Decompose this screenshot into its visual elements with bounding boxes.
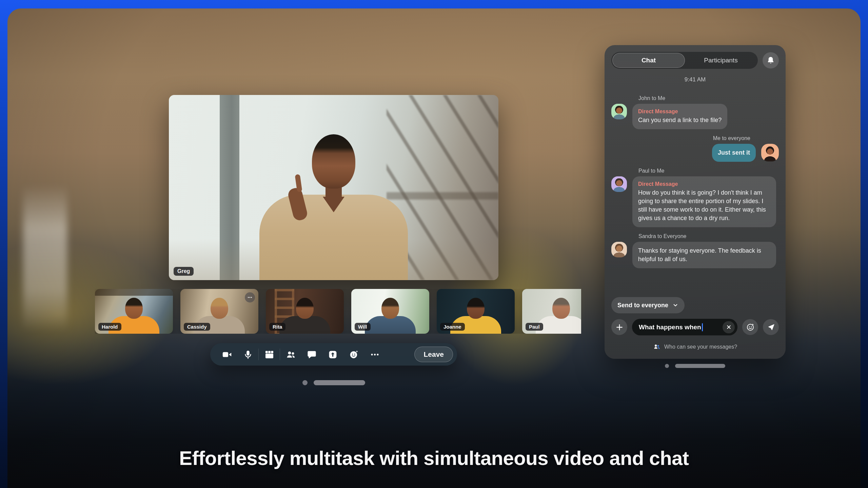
reactions-button[interactable] [343, 343, 364, 366]
avatar [761, 144, 779, 161]
participant-name-tag: Paul [526, 323, 543, 331]
direct-message-label: Direct Message [638, 109, 722, 115]
message-text: Just sent it [718, 149, 750, 157]
text-cursor [702, 323, 703, 331]
plus-icon [615, 323, 624, 331]
speaker-silhouette [254, 134, 413, 280]
avatar [611, 176, 627, 192]
chat-page-indicator [605, 364, 786, 368]
visibility-people-icon [653, 343, 661, 351]
participant-name-tag: Rita [269, 323, 285, 331]
participant-tile[interactable]: Joanne [437, 289, 515, 334]
message-text: Thanks for staying everyone. The feedbac… [638, 247, 770, 263]
close-icon [726, 324, 732, 330]
leave-button[interactable]: Leave [414, 347, 453, 362]
chat-header: Chat Participants [611, 52, 779, 69]
more-button[interactable] [364, 343, 385, 366]
participant-tile[interactable]: Rita [266, 289, 344, 334]
participant-name-tag: Harold [98, 323, 121, 331]
message-sender-label: John to Me [638, 95, 779, 101]
message-bubble: Thanks for staying everyone. The feedbac… [632, 242, 776, 268]
privacy-link-label: Who can see your messages? [664, 344, 737, 350]
chat-panel: Chat Participants 9:41 AM John to Me Dir… [605, 45, 786, 359]
message-sender-label: Me to everyone [611, 135, 750, 141]
main-speaker-video[interactable]: Greg [169, 95, 498, 280]
avatar [611, 104, 627, 119]
message-input[interactable]: What happens when [632, 319, 737, 335]
chat-tabs: Chat Participants [611, 52, 758, 69]
drag-handle[interactable] [314, 380, 365, 385]
microphone-button[interactable] [237, 343, 258, 366]
page-dot [665, 364, 669, 368]
message-bubble: Direct Message How do you think it is go… [632, 176, 776, 227]
chat-message: John to Me Direct Message Can you send a… [611, 95, 779, 129]
more-icon [370, 350, 380, 359]
participants-icon [286, 350, 296, 359]
layout-view-button[interactable] [259, 343, 280, 366]
marketing-caption: Effortlessly multitask with simultaneous… [7, 447, 861, 469]
add-attachment-button[interactable] [611, 319, 627, 335]
participant-filmstrip: Harold Cassidy Rita Will Joanne Paul [95, 289, 581, 334]
chat-button[interactable] [301, 343, 322, 366]
microphone-icon [243, 350, 253, 359]
chat-timestamp: 9:41 AM [611, 76, 779, 83]
speaker-name-tag: Greg [174, 267, 194, 276]
meeting-toolbar: Leave [210, 343, 457, 366]
camera-button[interactable] [216, 343, 237, 366]
send-to-selector[interactable]: Send to everyone [611, 297, 685, 313]
message-input-value: What happens when [639, 324, 701, 331]
tab-chat[interactable]: Chat [612, 53, 685, 68]
avatar [611, 242, 627, 257]
chat-message: Paul to Me Direct Message How do you thi… [611, 168, 779, 227]
participant-name-tag: Joanne [440, 323, 465, 331]
drag-handle[interactable] [675, 364, 725, 368]
chat-messages: John to Me Direct Message Can you send a… [611, 95, 779, 274]
layout-view-icon [264, 350, 274, 359]
send-to-label: Send to everyone [617, 302, 668, 309]
chevron-down-icon [672, 302, 678, 308]
chat-message: Sandra to Everyone Thanks for staying ev… [611, 233, 779, 268]
message-text: Can you send a link to the file? [638, 116, 722, 124]
tab-participants[interactable]: Participants [685, 53, 757, 68]
message-bubble: Direct Message Can you send a link to th… [632, 104, 727, 129]
page-dot [302, 380, 308, 385]
send-button[interactable] [763, 319, 779, 335]
share-screen-icon [328, 350, 338, 359]
participant-name-tag: Cassidy [184, 323, 210, 331]
reactions-icon [349, 350, 359, 359]
participants-button[interactable] [280, 343, 301, 366]
chat-icon [307, 350, 317, 359]
message-bubble: Just sent it [712, 144, 756, 162]
direct-message-label: Direct Message [638, 181, 770, 187]
compose-row: What happens when [611, 319, 779, 335]
participant-tile[interactable]: Paul [522, 289, 581, 334]
message-sender-label: Paul to Me [638, 168, 779, 174]
participant-tile[interactable]: Will [351, 289, 429, 334]
participant-tile[interactable]: Cassidy [180, 289, 258, 334]
bell-icon [766, 56, 775, 65]
send-icon [767, 323, 775, 331]
chat-message: Me to everyone Just sent it [611, 135, 779, 162]
participant-tile[interactable]: Harold [95, 289, 173, 334]
emoji-icon [746, 323, 754, 331]
camera-icon [222, 350, 232, 359]
privacy-link[interactable]: Who can see your messages? [611, 343, 779, 351]
participant-name-tag: Will [355, 323, 371, 331]
meeting-window: Greg Harold Cassidy Rita Will Joanne [7, 8, 861, 488]
notifications-button[interactable] [763, 52, 779, 69]
emoji-button[interactable] [742, 319, 758, 335]
message-text: How do you think it is going? I don't th… [638, 189, 770, 222]
tile-more-icon[interactable] [245, 292, 255, 302]
share-screen-button[interactable] [322, 343, 343, 366]
clear-input-button[interactable] [723, 321, 735, 333]
message-sender-label: Sandra to Everyone [638, 233, 779, 239]
filmstrip-page-indicator [210, 380, 457, 385]
